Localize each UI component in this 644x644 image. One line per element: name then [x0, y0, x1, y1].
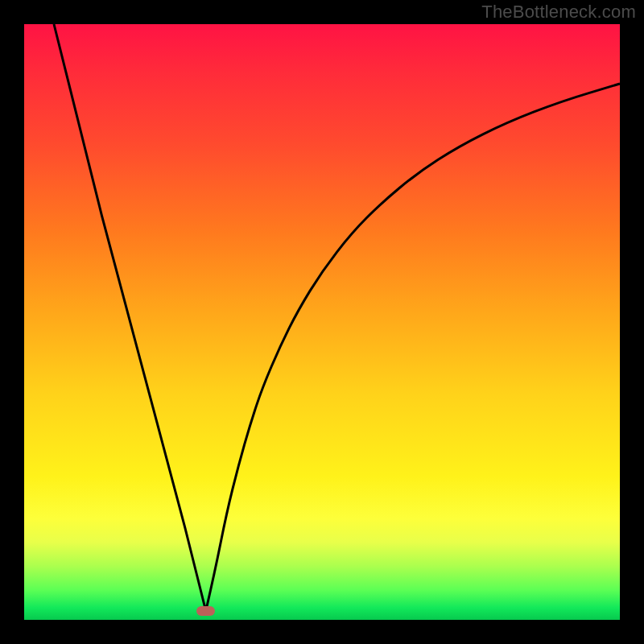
watermark-text: TheBottleneck.com [481, 2, 636, 23]
plot-area [24, 24, 620, 620]
minimum-marker [196, 606, 215, 616]
chart-frame: TheBottleneck.com [0, 0, 644, 644]
curve-path [54, 24, 620, 611]
bottleneck-curve [24, 24, 620, 620]
